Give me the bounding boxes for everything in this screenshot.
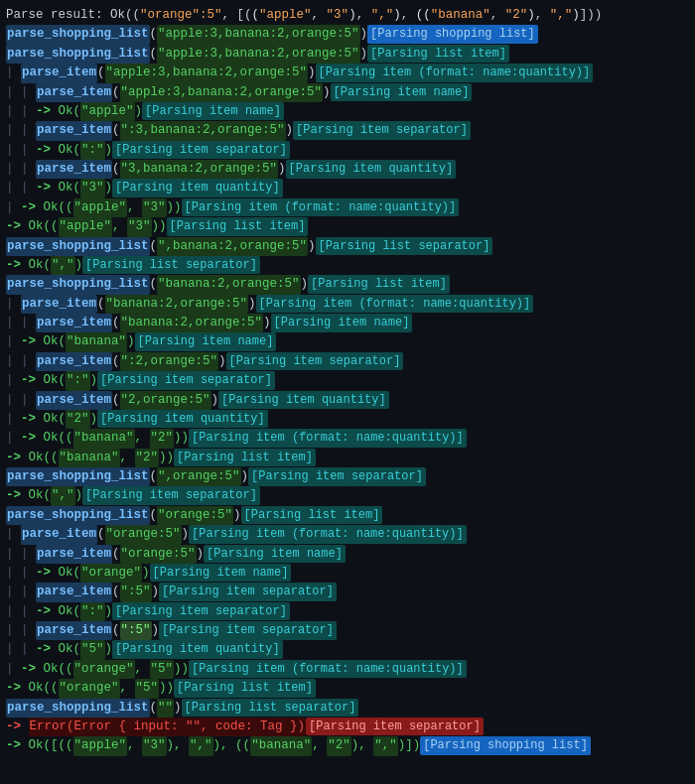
line-14: parse_shopping_list("banana:2,orange:5")…: [0, 275, 695, 294]
line-2: parse_shopping_list("apple:3,banana:2,or…: [0, 45, 695, 64]
line-12: parse_shopping_list(",banana:2,orange:5"…: [0, 237, 695, 256]
line-23: -> Ok(("banana", "2"))[Parsing list item…: [0, 449, 695, 467]
line-17: | -> Ok("banana")[Parsing item name]: [0, 332, 695, 351]
line-28: | | parse_item("orange:5")[Parsing item …: [0, 545, 695, 564]
line-34: | -> Ok(("orange", "5"))[Parsing item (f…: [0, 660, 695, 679]
result-text: Parse result: Ok(("orange":5", [(("apple…: [6, 6, 602, 25]
line-15: | parse_item("banana:2,orange:5")[Parsin…: [0, 295, 695, 314]
line-8: | | parse_item("3,banana:2,orange:5")[Pa…: [0, 160, 695, 179]
line-9: | | -> Ok("3")[Parsing item quantity]: [0, 179, 695, 197]
line-7: | | -> Ok(":")[Parsing item separator]: [0, 141, 695, 160]
line-21: | -> Ok("2")[Parsing item quantity]: [0, 410, 695, 429]
line-33: | | -> Ok("5")[Parsing item quantity]: [0, 640, 695, 659]
line-10: | -> Ok(("apple", "3"))[Parsing item (fo…: [0, 198, 695, 217]
line-19: | -> Ok(":")[Parsing item separator]: [0, 371, 695, 390]
line-11: -> Ok(("apple", "3"))[Parsing list item]: [0, 217, 695, 236]
line-26: parse_shopping_list("orange:5")[Parsing …: [0, 506, 695, 525]
line-24: parse_shopping_list(",orange:5")[Parsing…: [0, 467, 695, 486]
line-1: parse_shopping_list("apple:3,banana:2,or…: [0, 25, 695, 44]
line-16: | | parse_item("banana:2,orange:5")[Pars…: [0, 314, 695, 332]
line-27: | parse_item("orange:5")[Parsing item (f…: [0, 525, 695, 544]
line-13: -> Ok(",")[Parsing list separator]: [0, 256, 695, 275]
line-35: -> Ok(("orange", "5"))[Parsing list item…: [0, 679, 695, 698]
line-32: | | parse_item(":5")[Parsing item separa…: [0, 621, 695, 640]
line-6: | | parse_item(":3,banana:2,orange:5")[P…: [0, 121, 695, 140]
line-22: | -> Ok(("banana", "2"))[Parsing item (f…: [0, 429, 695, 448]
line-20: | | parse_item("2,orange:5")[Parsing ite…: [0, 391, 695, 410]
line-5: | | -> Ok("apple")[Parsing item name]: [0, 102, 695, 121]
result-line: Parse result: Ok(("orange":5", [(("apple…: [0, 6, 695, 25]
line-30: | | parse_item(":5")[Parsing item separa…: [0, 583, 695, 601]
line-25: -> Ok(",")[Parsing item separator]: [0, 486, 695, 505]
line-38: -> Ok([(("apple", "3"), ","), (("banana"…: [0, 736, 695, 755]
line-36: parse_shopping_list("")[Parsing list sep…: [0, 699, 695, 718]
line-31: | | -> Ok(":")[Parsing item separator]: [0, 602, 695, 621]
parse-output: Parse result: Ok(("orange":5", [(("apple…: [0, 4, 695, 758]
line-3: | parse_item("apple:3,banana:2,orange:5"…: [0, 64, 695, 82]
line-37: -> Error(Error { input: "", code: Tag })…: [0, 718, 695, 736]
line-29: | | -> Ok("orange")[Parsing item name]: [0, 564, 695, 583]
line-4: | | parse_item("apple:3,banana:2,orange:…: [0, 83, 695, 102]
line-18: | | parse_item(":2,orange:5")[Parsing it…: [0, 352, 695, 371]
